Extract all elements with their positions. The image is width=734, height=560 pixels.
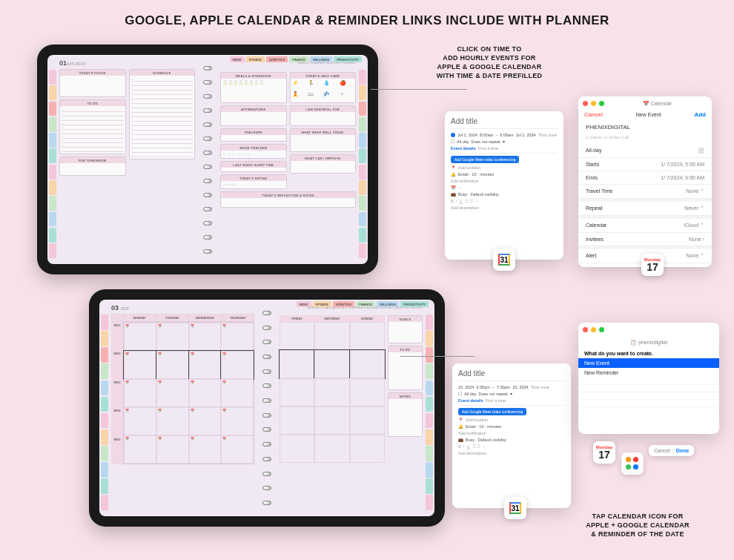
new-event-option[interactable]: New Event (578, 358, 719, 368)
trackers-header: TRACKERS (221, 129, 286, 135)
new-reminder-option[interactable]: New Reminder (578, 368, 719, 378)
tomorrow-header: FOR TOMORROW (60, 157, 125, 163)
callout-tap: TAP CALENDAR ICON FOR APPLE + GOOGLE CAL… (563, 512, 712, 538)
add-button[interactable]: Add (694, 111, 706, 118)
apple-calendar-icon[interactable]: Monday17 (641, 254, 664, 276)
day-name: SATURDAY (67, 62, 86, 66)
tablet-daily: 01SATURDAY TODAY'S FOCUS TO DO FOR TOMOR… (37, 45, 378, 274)
meet-button[interactable]: Add Google Meet video conferencing (451, 156, 519, 163)
wentwell-header: WHAT WENT WELL TODAY (291, 129, 356, 135)
google-event-popup: Add title Jul 1, 2024 8:00am – 9:00am Ju… (445, 111, 563, 260)
todo-header: TO DO (60, 100, 125, 106)
tab-finance[interactable]: FINANCE (289, 56, 308, 62)
event-title-input[interactable]: Add title (451, 117, 558, 129)
tab-fitness[interactable]: FITNESS (246, 56, 265, 62)
improve-header: WHAT CAN I IMPROVE (291, 155, 356, 161)
google-event-popup-2: Add title 15, 2024 6:30pm – 7:30pm 15, 2… (452, 363, 571, 508)
google-calendar-icon[interactable]: 31 (493, 248, 515, 271)
focus-header: TODAY'S FOCUS (60, 70, 125, 76)
grateful-header: I AM GRATEFUL FOR (291, 106, 356, 112)
meals-header: MEALS & HYDRATION (221, 73, 286, 79)
tab-lifestyle[interactable]: LIFESTYLE (266, 56, 288, 62)
tab-index[interactable]: INDEX (230, 56, 245, 62)
reflection-header: TODAY'S REFLECTION & NOTES (221, 192, 355, 198)
apple-event-popup: 📅 Calendar CancelNew EventAdd PHENIXDIGI… (578, 96, 712, 267)
done-btn[interactable]: Done (676, 448, 690, 453)
reminders-icon[interactable] (621, 452, 644, 475)
month-num: 03 (111, 304, 119, 312)
selfcare-header: TODAY'S SELF CARE (291, 73, 356, 79)
cancel-done-bar: CancelDone (649, 445, 694, 456)
cancel-btn[interactable]: Cancel (654, 448, 670, 453)
cancel-button[interactable]: Cancel (584, 111, 603, 118)
affirm-header: AFFIRMATIONS (221, 106, 286, 112)
page-title: GOOGLE, APPLE CALENDAR & REMINDER LINKS … (0, 0, 734, 36)
rating-header: TODAY'S RATING (221, 175, 286, 181)
date-num: 01 (59, 59, 67, 67)
calendar-day[interactable]: 📅 (124, 323, 156, 351)
apple-reminder-popup: 📋 phenixdigital What do you want to crea… (578, 323, 719, 434)
sleep-header: LAST NIGHT SLEEP TIME (221, 162, 286, 168)
mood-header: MOOD TRACKER (221, 145, 286, 151)
google-calendar-icon-2[interactable]: 31 (504, 497, 526, 519)
schedule-header: SCHEDULE (130, 70, 195, 76)
apple-calendar-icon-2[interactable]: Monday17 (593, 441, 615, 464)
tab-productivity[interactable]: PRODUCTIVITY (334, 56, 362, 62)
tab-wellness[interactable]: WELLNESS (310, 56, 332, 62)
tablet-monthly: 03 2023 MONDAYTUESDAYWEDNESDAYTHURSDAY W… (89, 289, 445, 527)
callout-hourly: CLICK ON TIME TO ADD HOURLY EVENTS FOR A… (415, 45, 563, 81)
